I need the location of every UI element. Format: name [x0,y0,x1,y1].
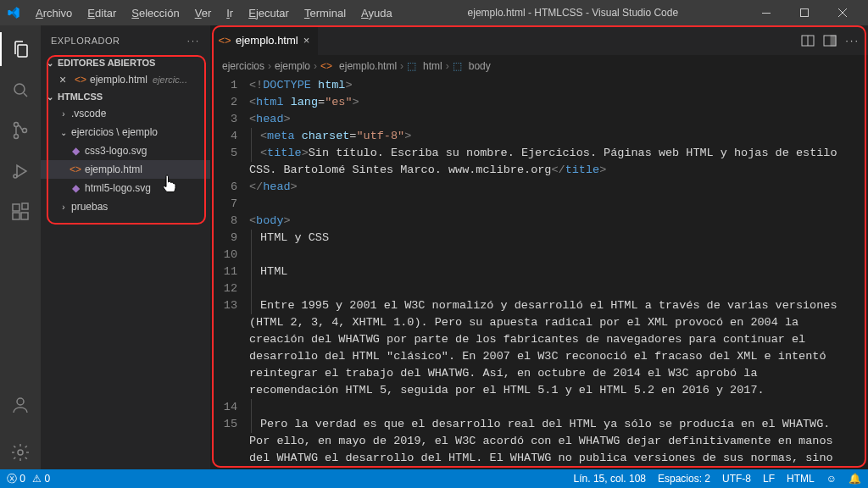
menu-ver[interactable]: Ver [188,3,219,23]
html-file-icon: <> [70,164,81,175]
code-line[interactable]: 11HTML [210,263,868,280]
code-line[interactable]: 14 [210,399,868,416]
activity-debug-icon[interactable] [0,154,41,188]
svg-point-3 [14,123,19,127]
maximize-button[interactable] [785,0,823,25]
activity-account-icon[interactable] [0,388,41,422]
code-line[interactable]: 6</head> [210,179,868,196]
svg-point-12 [18,450,23,455]
folder-vscode[interactable]: › .vscode [41,104,210,123]
chevron-right-icon: › [59,109,68,119]
status-feedback-icon[interactable]: ☺ [826,473,837,485]
toggle-layout-icon[interactable] [823,34,837,47]
open-editor-item[interactable]: × <> ejemplo.html ejercic... [41,70,210,89]
activity-settings-icon[interactable] [0,435,41,469]
file-css3-logo[interactable]: ◆ css3-logo.svg [41,141,210,160]
code-line[interactable]: 8<body> [210,213,868,230]
svg-rect-10 [22,203,28,209]
chevron-down-icon: ⌄ [46,92,54,102]
activity-bar [0,25,41,469]
activity-search-icon[interactable] [0,73,41,107]
chevron-down-icon: ⌄ [59,128,68,137]
svg-file-icon: ◆ [70,182,81,194]
menu-archivo[interactable]: Archivo [29,3,79,23]
crumb-ejemplo[interactable]: ejemplo [275,60,310,72]
close-editor-icon[interactable]: × [59,73,71,86]
status-encoding[interactable]: UTF-8 [722,473,751,485]
explorer-more-icon[interactable]: ··· [187,36,200,46]
status-bar: ⓧ 0 ⚠ 0 Lín. 15, col. 108 Espacios: 2 UT… [0,469,868,488]
activity-source-control-icon[interactable] [0,114,41,147]
activity-extensions-icon[interactable] [0,195,41,229]
menu-ejecutar[interactable]: Ejecutar [242,3,296,23]
status-cursor-position[interactable]: Lín. 15, col. 108 [574,473,646,485]
breadcrumbs[interactable]: ejercicios › ejemplo › <>ejemplo.html › … [210,55,868,77]
explorer-sidebar: EXPLORADOR ··· ⌄ EDITORES ABIERTOS × <> … [41,25,210,469]
minimize-button[interactable] [747,0,785,25]
status-notifications-icon[interactable]: 🔔 [849,473,861,485]
chevron-down-icon: ⌄ [46,58,54,68]
svg-file-icon: ◆ [70,145,81,157]
code-line[interactable]: 9HTML y CSS [210,230,868,247]
crumb-body[interactable]: ⬚body [453,60,491,72]
code-line[interactable]: 7 [210,196,868,213]
open-editors-header[interactable]: ⌄ EDITORES ABIERTOS [41,55,210,70]
menu-ir[interactable]: Ir [220,3,240,23]
svg-rect-0 [762,13,771,14]
menu-terminal[interactable]: Terminal [298,3,353,23]
chevron-right-icon: › [59,202,68,212]
code-line[interactable]: 1<!DOCTYPE html> [210,77,868,94]
crumb-html[interactable]: ⬚html [407,60,442,72]
explorer-title: EXPLORADOR [51,36,120,46]
svg-rect-8 [13,213,19,219]
close-button[interactable] [823,0,861,25]
menu-editar[interactable]: Editar [81,3,123,23]
title-bar: Archivo Editar Selección Ver Ir Ejecutar… [0,0,868,25]
svg-point-4 [14,135,19,139]
svg-point-2 [14,84,25,94]
menu-bar: Archivo Editar Selección Ver Ir Ejecutar… [29,3,399,23]
folder-pruebas[interactable]: › pruebas [41,197,210,216]
code-line[interactable]: 3<head> [210,111,868,128]
editor-more-icon[interactable]: ··· [845,34,860,47]
svg-point-6 [14,175,17,178]
menu-ayuda[interactable]: Ayuda [354,3,399,23]
code-line[interactable]: 2<html lang="es"> [210,94,868,111]
svg-point-5 [23,129,27,133]
svg-rect-15 [831,36,836,46]
status-errors[interactable]: ⓧ 0 [7,472,25,486]
svg-rect-1 [800,9,808,17]
code-line[interactable]: 10 [210,247,868,263]
editor-area: <> ejemplo.html × ··· ejercicios › ejemp… [210,25,868,469]
menu-seleccion[interactable]: Selección [125,3,186,23]
code-line[interactable]: 4<meta charset="utf-8"> [210,128,868,145]
code-line[interactable]: 5<title>Sin título. Escriba su nombre. E… [210,145,868,179]
status-indentation[interactable]: Espacios: 2 [658,473,710,485]
workspace-header[interactable]: ⌄ HTMLCSS [41,89,210,104]
file-ejemplo-html[interactable]: <> ejemplo.html [41,160,210,179]
editor-tabs: <> ejemplo.html × ··· [210,25,868,55]
html-file-icon: <> [75,74,86,86]
tab-ejemplo-html[interactable]: <> ejemplo.html × [210,25,319,55]
folder-ejercicios-ejemplo[interactable]: ⌄ ejercicios \ ejemplo [41,123,210,141]
file-html5-logo[interactable]: ◆ html5-logo.svg [41,179,210,197]
code-line[interactable]: 12 [210,280,868,297]
status-eol[interactable]: LF [763,473,775,485]
svg-rect-7 [13,204,19,211]
crumb-ejercicios[interactable]: ejercicios [222,60,264,72]
close-tab-icon[interactable]: × [303,34,310,47]
code-line[interactable]: 13Entre 1995 y 2001 el W3C normalizó y d… [210,297,868,399]
code-editor[interactable]: 1<!DOCTYPE html>2<html lang="es">3<head>… [210,77,868,469]
split-editor-icon[interactable] [801,34,815,47]
status-warnings[interactable]: ⚠ 0 [32,473,50,485]
svg-rect-9 [21,213,28,219]
svg-point-11 [17,398,24,405]
activity-explorer-icon[interactable] [0,32,41,66]
window-title: ejemplo.html - HTMLCSS - Visual Studio C… [403,7,743,19]
status-language[interactable]: HTML [787,473,815,485]
file-tree: › .vscode ⌄ ejercicios \ ejemplo ◆ css3-… [41,104,210,216]
vscode-logo-icon [7,6,20,19]
crumb-file[interactable]: <>ejemplo.html [320,60,397,72]
code-line[interactable]: 15Pero la verdad es que el desarrollo re… [210,416,868,469]
html-file-icon: <> [219,35,231,47]
